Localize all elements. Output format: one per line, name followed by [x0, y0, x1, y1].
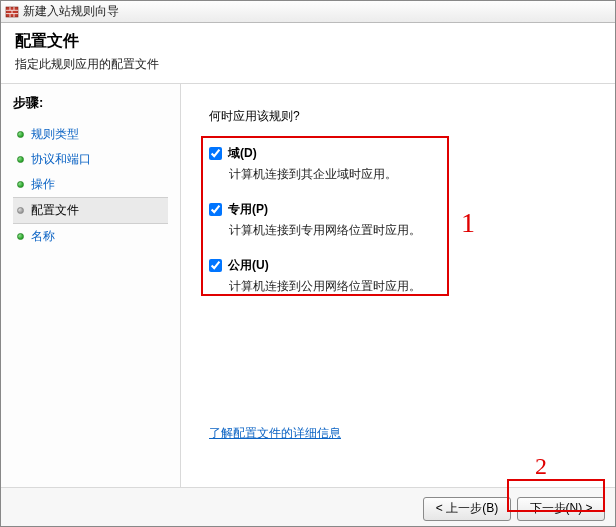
- option-desc: 计算机连接到公用网络位置时应用。: [229, 278, 449, 295]
- wizard-footer: < 上一步(B) 下一步(N) >: [1, 487, 615, 527]
- steps-sidebar: 步骤: 规则类型 协议和端口 操作 配置文件 名称: [1, 84, 181, 487]
- bullet-icon: [15, 232, 25, 242]
- option-desc: 计算机连接到其企业域时应用。: [229, 166, 449, 183]
- option-desc: 计算机连接到专用网络位置时应用。: [229, 222, 449, 239]
- step-item-name[interactable]: 名称: [13, 224, 168, 249]
- page-subtitle: 指定此规则应用的配置文件: [15, 56, 601, 73]
- step-label: 名称: [31, 228, 55, 245]
- content-panel: 何时应用该规则? 域(D) 计算机连接到其企业域时应用。 专用(P) 计算机连接…: [181, 84, 615, 487]
- back-button[interactable]: < 上一步(B): [423, 497, 511, 521]
- bullet-icon: [15, 206, 25, 216]
- step-label: 规则类型: [31, 126, 79, 143]
- step-label: 配置文件: [31, 202, 79, 219]
- checkbox-domain[interactable]: [209, 147, 222, 160]
- firewall-icon: [5, 5, 19, 19]
- next-button[interactable]: 下一步(N) >: [517, 497, 605, 521]
- profile-options: 域(D) 计算机连接到其企业域时应用。 专用(P) 计算机连接到专用网络位置时应…: [209, 145, 449, 295]
- step-item-protocol-ports[interactable]: 协议和端口: [13, 147, 168, 172]
- page-title: 配置文件: [15, 31, 601, 52]
- bullet-icon: [15, 155, 25, 165]
- apply-prompt: 何时应用该规则?: [209, 108, 587, 125]
- step-item-profile[interactable]: 配置文件: [13, 197, 168, 224]
- learn-more-link[interactable]: 了解配置文件的详细信息: [209, 425, 341, 442]
- option-label: 域(D): [228, 145, 257, 162]
- annotation-number-1: 1: [461, 207, 475, 239]
- wizard-header: 配置文件 指定此规则应用的配置文件: [1, 23, 615, 84]
- step-item-rule-type[interactable]: 规则类型: [13, 122, 168, 147]
- option-public: 公用(U) 计算机连接到公用网络位置时应用。: [209, 257, 449, 295]
- main-area: 步骤: 规则类型 协议和端口 操作 配置文件 名称 何时应用该规则?: [1, 84, 615, 487]
- annotation-number-2: 2: [535, 453, 547, 480]
- window-title: 新建入站规则向导: [23, 3, 119, 20]
- option-label: 公用(U): [228, 257, 269, 274]
- bullet-icon: [15, 180, 25, 190]
- checkbox-public[interactable]: [209, 259, 222, 272]
- bullet-icon: [15, 130, 25, 140]
- option-private: 专用(P) 计算机连接到专用网络位置时应用。: [209, 201, 449, 239]
- step-label: 协议和端口: [31, 151, 91, 168]
- option-domain: 域(D) 计算机连接到其企业域时应用。: [209, 145, 449, 183]
- titlebar: 新建入站规则向导: [1, 1, 615, 23]
- next-button-label: 下一步(N) >: [530, 500, 593, 517]
- step-item-action[interactable]: 操作: [13, 172, 168, 197]
- step-label: 操作: [31, 176, 55, 193]
- option-label: 专用(P): [228, 201, 268, 218]
- checkbox-private[interactable]: [209, 203, 222, 216]
- steps-heading: 步骤:: [13, 94, 168, 112]
- back-button-label: < 上一步(B): [436, 500, 498, 517]
